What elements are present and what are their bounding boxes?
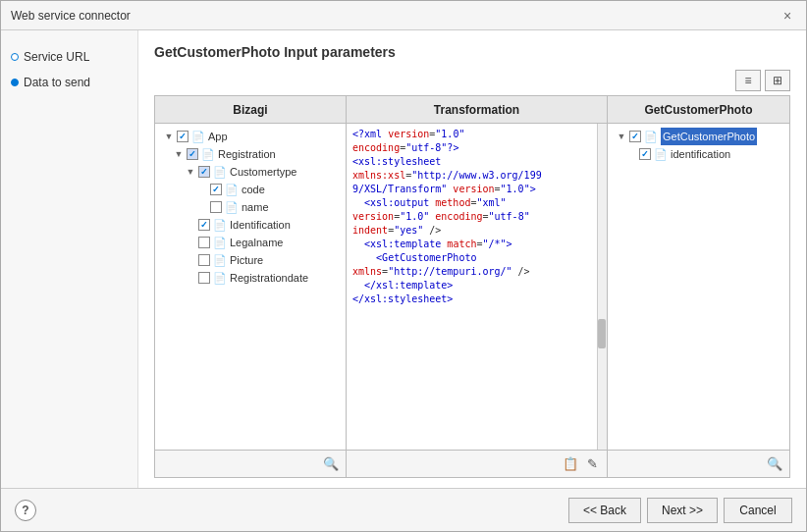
node-icon-root-gcp: 📄 — [644, 128, 658, 145]
sidebar-label-service-url: Service URL — [24, 50, 89, 64]
node-icon-code: 📄 — [225, 181, 239, 198]
checkbox-identification[interactable] — [198, 219, 210, 231]
checkbox-picture[interactable] — [198, 254, 210, 266]
node-label-picture: Picture — [230, 251, 263, 269]
expander-root-gcp[interactable]: ▼ — [616, 131, 627, 142]
tree-row-registration[interactable]: ▼ 📄 Registration — [159, 145, 342, 163]
tree-row-customertype[interactable]: ▼ 📄 Customertype — [159, 163, 342, 181]
node-label-customertype: Customertype — [230, 163, 296, 181]
nav-buttons: << Back Next >> Cancel — [568, 498, 792, 523]
scrollbar-thumb — [598, 319, 606, 348]
dialog: Web service connector × Service URL Data… — [0, 0, 807, 532]
transformation-body: <?xml version="1.0" encoding="utf-8"?> <… — [347, 124, 607, 450]
dialog-title: Web service connector — [11, 9, 131, 23]
sidebar-item-service-url[interactable]: Service URL — [11, 50, 128, 64]
node-icon-registrationdate: 📄 — [213, 269, 227, 287]
expander-registration[interactable]: ▼ — [173, 148, 185, 160]
sidebar: Service URL Data to send — [1, 30, 138, 488]
node-icon-picture: 📄 — [213, 251, 227, 269]
layout-icon: ≡ — [744, 74, 751, 87]
expander-legalname — [185, 237, 196, 248]
content-area: Service URL Data to send GetCustomerPhot… — [1, 30, 806, 488]
sidebar-item-data-to-send[interactable]: Data to send — [11, 76, 128, 89]
node-icon-app: 📄 — [191, 128, 205, 145]
checkbox-registrationdate[interactable] — [198, 272, 210, 284]
toolbar-row: ≡ ⊞ — [154, 70, 790, 91]
sidebar-dot-data-to-send — [11, 79, 19, 86]
bizagi-tree: ▼ 📄 App ▼ 📄 Registrati — [155, 124, 346, 291]
expander-picture — [185, 254, 196, 266]
main-panel: GetCustomerPhoto Input parameters ≡ ⊞ Bi… — [138, 30, 806, 488]
back-button[interactable]: << Back — [568, 498, 641, 523]
node-label-legalname: Legalname — [230, 234, 283, 251]
checkbox-legalname[interactable] — [198, 237, 210, 248]
getcustomerphoto-tree: ▼ 📄 GetCustomerPhoto 📄 — [608, 124, 789, 167]
node-icon-legalname: 📄 — [213, 234, 227, 251]
node-label-name: name — [242, 198, 269, 216]
checkbox-registration[interactable] — [187, 148, 198, 160]
checkbox-code[interactable] — [210, 184, 222, 195]
next-button[interactable]: Next >> — [647, 498, 718, 523]
title-bar: Web service connector × — [1, 1, 806, 30]
tree-row-name[interactable]: 📄 name — [159, 198, 342, 216]
node-label-identification-gcp: identification — [671, 145, 730, 163]
node-label-registration: Registration — [218, 145, 276, 163]
node-label-code: code — [242, 181, 265, 198]
checkbox-app[interactable] — [177, 131, 188, 142]
getcustomerphoto-footer: 🔍 — [608, 450, 789, 477]
tree-row-registrationdate[interactable]: 📄 Registrationdate — [159, 269, 342, 287]
split-icon: ⊞ — [773, 74, 782, 87]
expander-app[interactable]: ▼ — [163, 131, 175, 142]
transformation-footer: 📋 ✎ — [347, 450, 607, 477]
close-button[interactable]: × — [779, 7, 796, 25]
split-button[interactable]: ⊞ — [765, 70, 790, 91]
getcustomerphoto-column: GetCustomerPhoto ▼ 📄 GetCustomerPhoto — [608, 96, 789, 477]
tree-row-app[interactable]: ▼ 📄 App — [159, 128, 342, 145]
node-icon-name: 📄 — [225, 198, 239, 216]
getcustomerphoto-header: GetCustomerPhoto — [608, 96, 789, 124]
expander-name — [196, 201, 208, 213]
getcustomerphoto-search-icon[interactable]: 🔍 — [766, 455, 783, 473]
tree-row-code[interactable]: 📄 code — [159, 181, 342, 198]
columns-container: Bizagi ▼ 📄 App — [154, 95, 790, 478]
node-icon-customertype: 📄 — [213, 163, 227, 181]
bizagi-body: ▼ 📄 App ▼ 📄 Registrati — [155, 124, 346, 450]
node-icon-identification-gcp: 📄 — [654, 145, 668, 163]
edit-icon[interactable]: ✎ — [583, 455, 601, 473]
bizagi-column: Bizagi ▼ 📄 App — [155, 96, 347, 477]
bizagi-footer: 🔍 — [155, 450, 346, 477]
getcustomerphoto-body: ▼ 📄 GetCustomerPhoto 📄 — [608, 124, 789, 450]
transformation-column: Transformation <?xml version="1.0" encod… — [347, 96, 608, 477]
checkbox-root-gcp[interactable] — [629, 131, 641, 142]
copy-icon[interactable]: 📋 — [562, 455, 579, 473]
transformation-header: Transformation — [347, 96, 607, 124]
node-icon-registration: 📄 — [201, 145, 215, 163]
expander-identification-gcp — [625, 148, 637, 160]
expander-registrationdate — [185, 272, 196, 284]
node-icon-identification: 📄 — [213, 216, 227, 234]
node-label-root-gcp: GetCustomerPhoto — [661, 128, 757, 145]
bizagi-search-icon[interactable]: 🔍 — [322, 455, 340, 473]
expander-customertype[interactable]: ▼ — [185, 166, 196, 178]
bizagi-header: Bizagi — [155, 96, 346, 124]
layout-button[interactable]: ≡ — [735, 70, 761, 91]
checkbox-name[interactable] — [210, 201, 222, 213]
node-label-app: App — [208, 128, 228, 145]
tree-row-picture[interactable]: 📄 Picture — [159, 251, 342, 269]
bottom-bar: ? << Back Next >> Cancel — [1, 488, 806, 531]
checkbox-identification-gcp[interactable] — [639, 148, 651, 160]
node-label-registrationdate: Registrationdate — [230, 269, 308, 287]
sidebar-label-data-to-send: Data to send — [24, 76, 90, 89]
help-button[interactable]: ? — [15, 500, 36, 521]
transformation-scrollbar[interactable] — [597, 124, 607, 450]
expander-identification — [185, 219, 196, 231]
sidebar-dot-service-url — [11, 53, 19, 61]
tree-row-identification-gcp[interactable]: 📄 identification — [612, 145, 785, 163]
tree-row-identification[interactable]: 📄 Identification — [159, 216, 342, 234]
cancel-button[interactable]: Cancel — [724, 498, 792, 523]
xml-content: <?xml version="1.0" encoding="utf-8"?> <… — [347, 124, 607, 450]
tree-row-root-getcustomerphoto[interactable]: ▼ 📄 GetCustomerPhoto — [612, 128, 785, 145]
expander-code — [196, 184, 208, 195]
checkbox-customertype[interactable] — [198, 166, 210, 178]
tree-row-legalname[interactable]: 📄 Legalname — [159, 234, 342, 251]
